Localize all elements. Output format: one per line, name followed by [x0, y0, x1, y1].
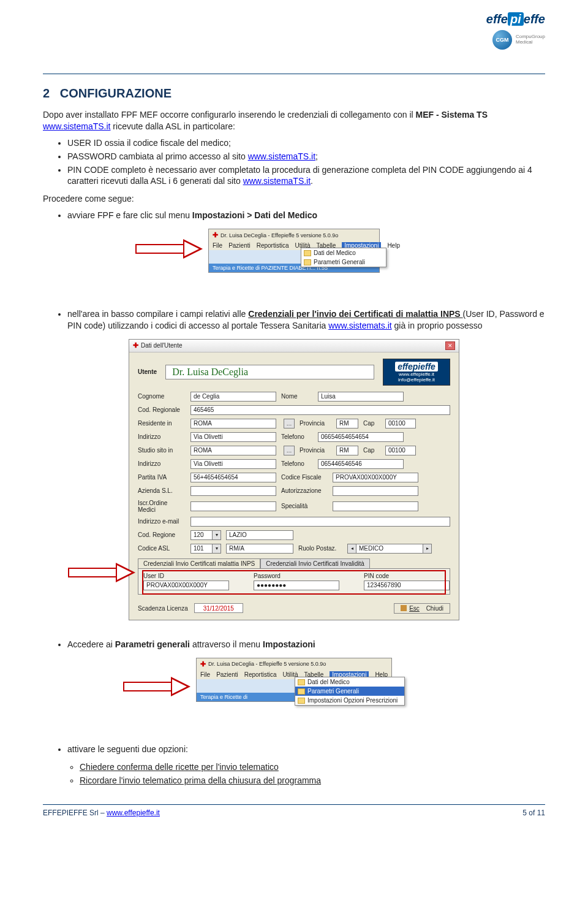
window-title: Dr. Luisa DeCeglia - Effepieffe 5 versio…	[221, 232, 338, 238]
label-scadenza: Scadenza Licenza	[138, 605, 188, 612]
label-provincia: Provincia	[300, 420, 331, 427]
input-cognome[interactable]: de Ceglia	[190, 392, 276, 402]
list-item: PASSWORD cambiata al primo accesso al si…	[67, 151, 545, 162]
combo-ruolo[interactable]: ◂ MEDICO ▸	[347, 544, 432, 554]
menu-item-parametri-generali[interactable]: Parametri Generali	[295, 687, 404, 696]
menu-reportistica[interactable]: Reportistica	[257, 242, 289, 249]
effepieffe-logo: effepieffe	[486, 12, 545, 26]
list-item: Chiedere conferma delle ricette per l'in…	[80, 761, 545, 773]
dialog-titlebar: ✚ Dati dell'Utente ✕	[129, 340, 459, 352]
label-codfisc: Codice Fiscale	[281, 474, 328, 481]
page-footer: EFFEPIEFFE Srl – www.effepieffe.it 5 of …	[43, 804, 545, 817]
label-pincode: PIN code	[364, 573, 450, 579]
input-asl[interactable]: RM/A	[226, 544, 293, 554]
plus-icon: ✚	[213, 231, 218, 239]
input-cap[interactable]: 00100	[385, 419, 416, 428]
link-sistemats-1[interactable]: www.sistemaTS.it	[43, 121, 110, 131]
menu-item-dati-medico[interactable]: Dati del Medico	[301, 248, 386, 257]
label-indirizzo: Indirizzo	[138, 433, 186, 440]
plus-icon: ✚	[133, 341, 138, 349]
input-residente[interactable]: ROMA	[190, 419, 276, 428]
tab-credenziali-invalidita[interactable]: Credenziali Invio Certificati Invalidità	[260, 558, 370, 568]
window-titlebar: ✚ Dr. Luisa DeCeglia - Effepieffe 5 vers…	[209, 229, 379, 241]
combo-codasl[interactable]: 101▾	[190, 544, 221, 554]
label-email: Indirizzo e-mail	[138, 518, 186, 525]
menu-file[interactable]: File	[213, 242, 222, 249]
utente-name-display: Dr. Luisa DeCeglia	[165, 365, 374, 379]
label-cap2: Cap	[363, 447, 380, 454]
list-item: attivare le seguenti due opzioni:	[67, 744, 545, 755]
menu-item-opzioni-prescrizioni[interactable]: Impostazioni Opzioni Prescrizioni	[295, 696, 404, 705]
menu-pazienti[interactable]: Pazienti	[228, 242, 251, 249]
menu-item-dati-medico[interactable]: Dati del Medico	[295, 677, 404, 687]
link-sistemats-3[interactable]: www.sistemaTS.it	[243, 176, 311, 186]
input-userid[interactable]: PROVAX00X00X000Y	[143, 581, 229, 590]
footer-link[interactable]: www.effepieffe.it	[107, 809, 160, 817]
input-regione[interactable]: LAZIO	[226, 530, 293, 540]
chevron-right-icon[interactable]: ▸	[423, 544, 432, 554]
lookup-button[interactable]: …	[284, 446, 295, 455]
cgm-logo: CGM CompuGroup Medical	[492, 30, 545, 50]
menu-reportistica[interactable]: Reportistica	[244, 671, 277, 678]
menu-pazienti[interactable]: Pazienti	[216, 671, 238, 678]
chevron-down-icon[interactable]: ▾	[213, 544, 221, 554]
input-telefono[interactable]: 06654654654654	[318, 432, 404, 442]
effepieffe-panel-logo: effepieffe www.effepieffe.it info@effepi…	[383, 359, 450, 386]
label-ordine: Iscr.Ordine Medici	[138, 500, 186, 513]
list-item: nell'area in basso compilare i campi rel…	[67, 308, 545, 332]
close-button[interactable]: ✕	[445, 341, 455, 350]
input-studio[interactable]: ROMA	[190, 446, 276, 455]
chevron-left-icon[interactable]: ◂	[347, 544, 356, 554]
dialog-title: Dati dell'Utente	[141, 342, 183, 349]
chiudi-button[interactable]: Esc Chiudi	[394, 603, 450, 614]
input-codreg[interactable]: 465465	[190, 405, 450, 415]
input-telefono2[interactable]: 065446546546	[318, 459, 404, 469]
label-telefono: Telefono	[281, 433, 313, 440]
input-pincode[interactable]: 1234567890	[364, 581, 450, 590]
input-provincia2[interactable]: RM	[336, 446, 358, 455]
window-titlebar: ✚ Dr. Luisa DeCeglia - Effepieffe 5 vers…	[197, 658, 391, 670]
page-number: 5 of 11	[522, 809, 545, 817]
link-sistemats-2[interactable]: www.sistemaTS.it	[248, 151, 315, 161]
label-piva: Partita IVA	[138, 474, 186, 481]
screenshot-dati-utente: ✚ Dati dell'Utente ✕ Utente Dr. Luisa De…	[129, 339, 459, 620]
menu-help[interactable]: Help	[387, 242, 400, 249]
screenshot-parametri-menu: ✚ Dr. Luisa DeCeglia - Effepieffe 5 vers…	[196, 658, 392, 702]
impostazioni-dropdown: Dati del Medico Parametri Generali Impos…	[295, 677, 405, 706]
header-logos: effepieffe CGM CompuGroup Medical	[486, 12, 545, 50]
input-provincia[interactable]: RM	[336, 419, 358, 428]
label-azienda: Azienda S.L.	[138, 487, 186, 494]
combo-codregione[interactable]: 120▾	[190, 530, 221, 540]
input-nome[interactable]: Luisa	[318, 392, 404, 402]
menu-file[interactable]: File	[200, 671, 210, 678]
lookup-button[interactable]: …	[284, 419, 295, 428]
input-specialita[interactable]	[333, 501, 418, 511]
header-rule	[43, 74, 545, 74]
utente-label: Utente	[138, 368, 157, 375]
chevron-down-icon[interactable]: ▾	[213, 530, 221, 540]
list-item: PIN CODE completo è necessario aver comp…	[67, 164, 545, 188]
link-sistemats-4[interactable]: www.sistemats.it	[328, 321, 391, 330]
input-scadenza[interactable]: 31/12/2015	[194, 603, 243, 613]
screenshot-impostazioni-menu: ✚ Dr. Luisa DeCeglia - Effepieffe 5 vers…	[208, 229, 380, 273]
input-autorizz[interactable]	[333, 486, 418, 496]
credenziali-panel: User ID PROVAX00X00X000Y Password ●●●●●●…	[138, 568, 450, 595]
input-email[interactable]	[190, 517, 450, 527]
tab-credenziali-inps[interactable]: Credenziali Invio Certificati malattia I…	[138, 558, 260, 568]
label-indirizzo2: Indirizzo	[138, 460, 186, 467]
input-piva[interactable]: 56+4654654654	[190, 473, 276, 482]
input-indirizzo2[interactable]: Via Olivetti	[190, 459, 276, 469]
input-codfisc[interactable]: PROVAX00X00X000Y	[333, 473, 418, 482]
input-cap2[interactable]: 00100	[385, 446, 416, 455]
procedure-list-1: avviare FPF e fare clic sul menu Imposta…	[43, 210, 545, 221]
menu-item-parametri-generali[interactable]: Parametri Generali	[301, 257, 386, 267]
label-ruolo: Ruolo Postaz.	[298, 545, 342, 552]
list-item: Ricordare l'invio telematico prima della…	[80, 775, 545, 786]
label-residente: Residente in	[138, 420, 186, 427]
label-cap: Cap	[363, 420, 380, 427]
input-ordine[interactable]	[190, 501, 276, 511]
input-azienda[interactable]	[190, 486, 276, 496]
list-item: avviare FPF e fare clic sul menu Imposta…	[67, 210, 545, 221]
input-password[interactable]: ●●●●●●●●	[254, 581, 339, 590]
input-indirizzo[interactable]: Via Olivetti	[190, 432, 276, 442]
